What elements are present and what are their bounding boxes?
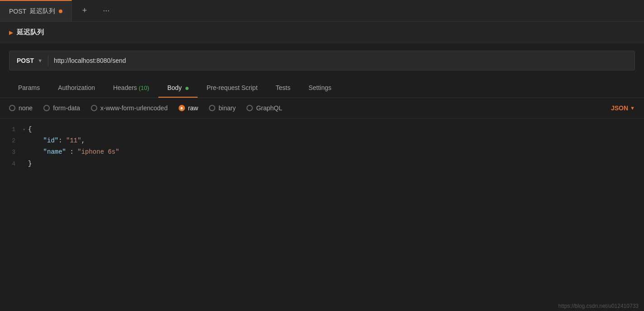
line-content-2: "id": "11",: [28, 135, 85, 146]
tab-method: POST: [9, 8, 26, 15]
radio-raw: [179, 105, 185, 111]
tab-actions: + ···: [72, 0, 119, 21]
radio-urlencoded: [91, 105, 97, 111]
body-type-urlencoded[interactable]: x-www-form-urlencoded: [91, 104, 168, 112]
code-line-1: 1 ▾ {: [0, 124, 644, 135]
tab-dot: [59, 9, 62, 13]
tab-tests[interactable]: Tests: [267, 78, 300, 98]
breadcrumb: ▶ 延迟队列: [0, 22, 644, 43]
radio-none: [9, 105, 15, 111]
add-tab-button[interactable]: +: [77, 4, 92, 18]
line-content-4: }: [28, 158, 32, 170]
line-number-1: 1: [0, 124, 23, 135]
code-editor[interactable]: 1 ▾ { 2 "id": "11", 3 "name" : "iphone 6…: [0, 118, 644, 175]
tab-body[interactable]: Body: [158, 78, 198, 98]
more-options-button[interactable]: ···: [99, 4, 114, 18]
breadcrumb-label: 延迟队列: [17, 28, 44, 37]
line-number-2: 2: [0, 136, 23, 146]
line-content-3: "name" : "iphone 6s": [28, 146, 119, 158]
line-number-3: 3: [0, 147, 23, 157]
radio-graphql: [246, 105, 253, 111]
tab-title: 延迟队列: [30, 7, 55, 15]
body-type-graphql[interactable]: GraphQL: [246, 104, 282, 112]
url-bar: POST ▼: [9, 51, 635, 71]
code-line-3: 3 "name" : "iphone 6s": [0, 146, 644, 158]
line-content-1: {: [28, 124, 32, 135]
json-format-dropdown[interactable]: JSON ▼: [611, 104, 635, 112]
code-line-2: 2 "id": "11",: [0, 135, 644, 146]
tab-params[interactable]: Params: [9, 78, 49, 98]
tab-authorization[interactable]: Authorization: [49, 78, 104, 98]
headers-badge: (10): [139, 85, 149, 91]
request-tabs: Params Authorization Headers (10) Body P…: [0, 78, 644, 98]
body-active-dot: [185, 87, 189, 90]
breadcrumb-arrow-icon: ▶: [9, 29, 13, 36]
active-tab[interactable]: POST 延迟队列: [0, 0, 72, 21]
body-type-form-data[interactable]: form-data: [43, 104, 80, 112]
code-line-4: 4 }: [0, 158, 644, 170]
radio-binary: [209, 105, 215, 111]
body-type-raw[interactable]: raw: [179, 104, 199, 112]
tab-settings[interactable]: Settings: [299, 78, 341, 98]
body-type-none[interactable]: none: [9, 104, 33, 112]
radio-form-data: [43, 105, 50, 111]
line-number-4: 4: [0, 159, 23, 169]
url-input[interactable]: [54, 57, 627, 64]
json-label: JSON: [611, 104, 628, 112]
url-divider: [48, 55, 48, 66]
tab-headers[interactable]: Headers (10): [104, 78, 158, 98]
tab-prerequest[interactable]: Pre-request Script: [198, 78, 267, 98]
method-chevron-icon: ▼: [38, 58, 43, 63]
body-type-bar: none form-data x-www-form-urlencoded raw…: [0, 98, 644, 118]
tab-bar: POST 延迟队列 + ···: [0, 0, 644, 22]
footer: https://blog.csdn.net/u012410733: [553, 301, 644, 311]
method-label: POST: [17, 57, 34, 64]
method-selector[interactable]: POST ▼: [17, 57, 43, 64]
fold-arrow-1: ▾: [23, 126, 28, 135]
body-type-binary[interactable]: binary: [209, 104, 236, 112]
footer-url: https://blog.csdn.net/u012410733: [559, 303, 639, 309]
json-chevron-icon: ▼: [630, 105, 635, 111]
